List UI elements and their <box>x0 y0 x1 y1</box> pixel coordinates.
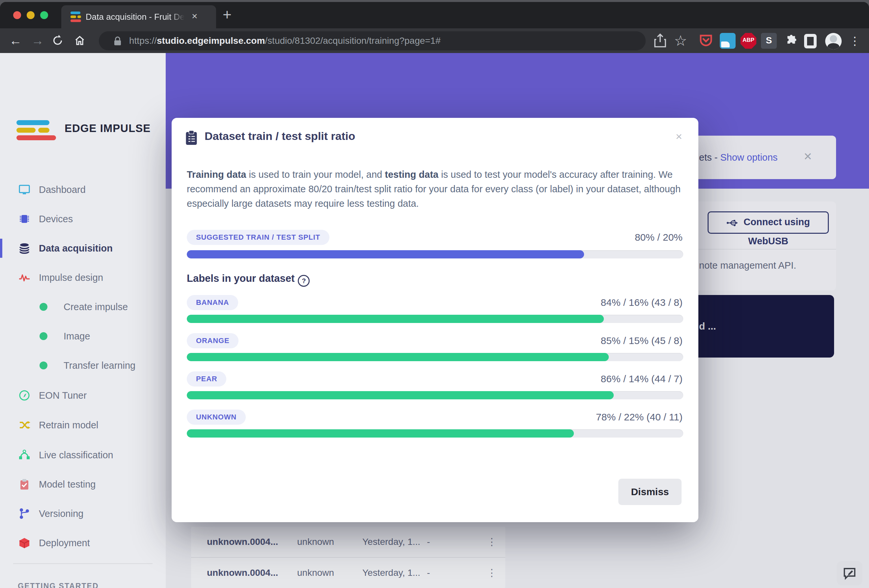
row-menu-icon[interactable]: ⋮ <box>487 558 497 588</box>
share-button[interactable] <box>652 33 668 49</box>
label-bar-unknown <box>187 429 683 438</box>
bookmark-star-button[interactable]: ☆ <box>673 33 688 49</box>
sidebar-item-label: Image <box>64 327 90 346</box>
sidebar-item-label: EON Tuner <box>39 386 87 405</box>
connect-webusb-button[interactable]: Connect using WebUSB <box>707 211 829 234</box>
management-api-text: note management API. <box>699 260 796 271</box>
sidebar-toggle-button[interactable] <box>804 34 817 48</box>
blue-extension-button[interactable] <box>720 33 736 49</box>
sidebar-item-label: Live classification <box>39 446 113 465</box>
feedback-bubble-pencil-icon <box>843 566 857 580</box>
chip-icon <box>18 213 30 225</box>
dismiss-button[interactable]: Dismiss <box>618 479 682 505</box>
modal-close-icon[interactable]: × <box>669 126 689 146</box>
monitor-icon <box>18 184 30 196</box>
browser-menu-button[interactable]: ⋮ <box>847 33 863 49</box>
traffic-close-button[interactable] <box>13 11 21 19</box>
pocket-extension-button[interactable] <box>698 33 714 49</box>
green-dot-icon <box>40 332 47 340</box>
s-extension-button[interactable]: S <box>761 33 777 49</box>
banner-text-fragment: ets - <box>699 152 720 163</box>
reload-button[interactable] <box>52 28 63 53</box>
forward-button[interactable]: → <box>31 28 44 53</box>
labels-heading: Labels in your dataset? <box>187 273 310 287</box>
green-dot-icon <box>40 361 47 369</box>
modal-title: Dataset train / test split ratio <box>205 130 355 142</box>
suggested-split-badge: SUGGESTED TRAIN / TEST SPLIT <box>187 230 329 245</box>
screen: Data acquisition - Fruit Detecto × + ← →… <box>0 0 869 588</box>
dark-panel-text: d ... <box>699 295 716 357</box>
url-bar[interactable]: https://studio.edgeimpulse.com/studio/81… <box>99 31 646 50</box>
url-scheme: https:// <box>129 36 157 46</box>
samples-table: unknown.0004... unknown Yesterday, 1... … <box>191 527 505 588</box>
extensions-button[interactable] <box>783 33 799 49</box>
sidebar-item-devices[interactable]: Devices <box>0 209 166 228</box>
feedback-widget-button[interactable] <box>837 561 862 585</box>
green-dot-icon <box>40 303 47 311</box>
pulse-icon <box>18 272 30 283</box>
back-button[interactable]: ← <box>9 28 22 53</box>
sidebar-item-data-acquisition[interactable]: Data acquisition <box>0 239 166 258</box>
suggested-split-value: 80% / 20% <box>635 230 682 245</box>
table-row[interactable]: unknown.0004... unknown Yesterday, 1... … <box>191 527 505 557</box>
sidebar-item-label: Model testing <box>39 475 96 494</box>
desc-bold-training: Training data <box>187 169 246 180</box>
sidebar: EDGE IMPULSE Dashboard Devices <box>0 53 166 588</box>
edge-impulse-favicon <box>71 11 82 23</box>
sidebar-item-live-classification[interactable]: Live classification <box>0 446 166 465</box>
sidebar-item-label: Devices <box>39 209 73 228</box>
show-options-link[interactable]: Show options <box>720 152 777 163</box>
sidebar-item-label: Retrain model <box>39 415 98 435</box>
new-tab-button[interactable]: + <box>223 2 231 28</box>
tab-close-icon[interactable]: × <box>192 5 198 28</box>
sidebar-item-retrain-model[interactable]: Retrain model <box>0 415 166 435</box>
sidebar-item-eon-tuner[interactable]: EON Tuner <box>0 386 166 405</box>
sidebar-item-transfer-learning[interactable]: Transfer learning <box>0 356 166 375</box>
row-menu-icon[interactable]: ⋮ <box>487 527 497 557</box>
sidebar-item-image[interactable]: Image <box>0 327 166 346</box>
sidebar-divider <box>13 563 153 564</box>
table-row[interactable]: unknown.0004... unknown Yesterday, 1... … <box>191 558 505 588</box>
sidebar-item-dashboard[interactable]: Dashboard <box>0 180 166 199</box>
sample-date: Yesterday, 1... <box>362 558 420 588</box>
sample-name: unknown.0004... <box>207 527 278 557</box>
label-fill-banana <box>187 315 604 323</box>
home-button[interactable] <box>74 28 86 53</box>
sidebar-item-label: Data acquisition <box>39 239 113 258</box>
sidebar-item-deployment[interactable]: Deployment <box>0 533 166 552</box>
cube-icon <box>18 537 30 549</box>
sidebar-item-versioning[interactable]: Versioning <box>0 504 166 523</box>
puzzle-icon <box>783 33 798 48</box>
bezier-icon <box>18 449 30 461</box>
label-badge-orange: ORANGE <box>187 333 239 348</box>
pocket-icon <box>698 33 714 49</box>
usb-icon <box>727 219 740 227</box>
sidebar-item-label: Impulse design <box>39 268 103 287</box>
compass-icon <box>18 390 30 401</box>
share-icon <box>652 33 668 49</box>
browser-tab[interactable]: Data acquisition - Fruit Detecto × <box>61 5 216 28</box>
label-value-unknown: 78% / 22% (40 / 11) <box>596 410 682 425</box>
sidebar-item-label: Dashboard <box>39 180 86 199</box>
banner-close-icon[interactable]: × <box>804 136 812 179</box>
label-value-banana: 84% / 16% (43 / 8) <box>601 295 682 310</box>
sidebar-item-create-impulse[interactable]: Create impulse <box>0 297 166 316</box>
sidebar-item-impulse-design[interactable]: Impulse design <box>0 268 166 287</box>
profile-avatar-button[interactable] <box>825 33 842 49</box>
url-path: /studio/81302/acquisition/training?page=… <box>265 36 440 46</box>
sidebar-item-label: Transfer learning <box>64 356 135 375</box>
traffic-maximize-button[interactable] <box>40 11 48 19</box>
sample-length: - <box>427 558 430 588</box>
traffic-minimize-button[interactable] <box>27 11 35 19</box>
sample-date: Yesterday, 1... <box>362 527 420 557</box>
sidebar-item-model-testing[interactable]: Model testing <box>0 475 166 494</box>
desc-text: is used to train your model, and <box>246 169 385 180</box>
sample-length: - <box>427 527 430 557</box>
tab-title: Data acquisition - Fruit Detecto <box>86 5 184 28</box>
help-icon[interactable]: ? <box>298 275 310 287</box>
label-fill-orange <box>187 353 609 361</box>
adblock-extension-button[interactable]: ABP <box>740 33 756 49</box>
label-badge-pear: PEAR <box>187 371 226 387</box>
labels-heading-text: Labels in your dataset <box>187 273 295 284</box>
home-icon <box>74 34 86 46</box>
